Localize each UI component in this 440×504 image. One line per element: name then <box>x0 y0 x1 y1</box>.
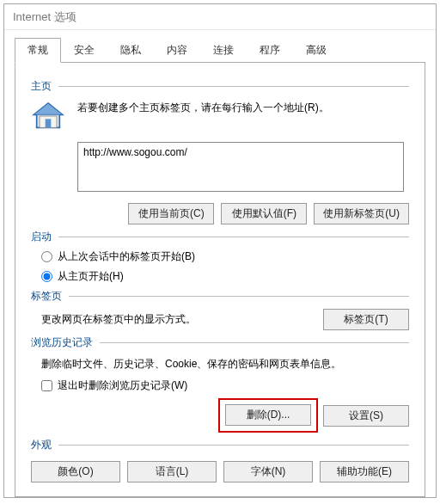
radio-last-session-input[interactable] <box>41 251 52 262</box>
section-history: 浏览历史记录 <box>31 335 409 350</box>
tabs-row: 更改网页在标签页中的显示方式。 标签页(T) <box>41 309 409 330</box>
homepage-buttons: 使用当前页(C) 使用默认值(F) 使用新标签页(U) <box>31 203 409 224</box>
accessibility-button[interactable]: 辅助功能(E) <box>320 461 409 482</box>
radio-last-session[interactable]: 从上次会话中的标签页开始(B) <box>41 249 409 264</box>
homepage-url-input[interactable] <box>77 142 404 192</box>
radio-homepage[interactable]: 从主页开始(H) <box>41 269 409 284</box>
tab-panel-general: 主页 若要创建多个主页标签页，请在每行输入一个地址(R)。 使用当前页(C) 使… <box>15 62 425 497</box>
tab-strip: 常规 安全 隐私 内容 连接 程序 高级 <box>15 38 425 63</box>
svg-rect-2 <box>46 119 52 127</box>
home-row: 若要创建多个主页标签页，请在每行输入一个地址(R)。 <box>31 97 409 133</box>
tabs-settings-button[interactable]: 标签页(T) <box>323 309 409 330</box>
internet-options-dialog: Internet 选项 常规 安全 隐私 内容 连接 程序 高级 主页 <box>3 3 437 498</box>
divider <box>58 237 409 237</box>
check-delete-on-exit[interactable]: 退出时删除浏览历史记录(W) <box>41 378 409 393</box>
radio-homepage-label: 从主页开始(H) <box>58 269 124 284</box>
section-label-startup: 启动 <box>31 230 52 244</box>
tab-content[interactable]: 内容 <box>154 38 200 62</box>
homepage-url-box <box>77 142 404 194</box>
section-label-home: 主页 <box>31 79 52 94</box>
delete-highlight-box: 删除(D)... <box>218 398 318 433</box>
history-buttons: 删除(D)... 设置(S) <box>31 398 409 433</box>
dialog-body: 常规 安全 隐私 内容 连接 程序 高级 主页 若要创建多个主页标签页，请 <box>4 30 436 504</box>
languages-button[interactable]: 语言(L) <box>127 461 217 482</box>
history-settings-button[interactable]: 设置(S) <box>323 405 409 427</box>
section-label-tabs: 标签页 <box>31 289 62 304</box>
appearance-buttons: 颜色(O) 语言(L) 字体(N) 辅助功能(E) <box>31 461 409 482</box>
tab-general[interactable]: 常规 <box>15 38 61 63</box>
use-default-button[interactable]: 使用默认值(F) <box>221 203 307 224</box>
divider <box>69 296 409 297</box>
section-home: 主页 <box>31 79 409 94</box>
check-delete-on-exit-label: 退出时删除浏览历史记录(W) <box>58 378 187 393</box>
tab-connections[interactable]: 连接 <box>200 38 247 62</box>
titlebar: Internet 选项 <box>4 4 436 30</box>
fonts-button[interactable]: 字体(N) <box>223 461 313 482</box>
section-appearance: 外观 <box>31 438 409 452</box>
tab-programs[interactable]: 程序 <box>247 38 293 62</box>
section-tabs: 标签页 <box>31 289 409 304</box>
divider <box>58 445 409 446</box>
check-delete-on-exit-input[interactable] <box>41 380 52 391</box>
tab-advanced[interactable]: 高级 <box>293 38 339 62</box>
use-current-button[interactable]: 使用当前页(C) <box>128 203 214 224</box>
radio-homepage-input[interactable] <box>41 271 52 282</box>
delete-history-button[interactable]: 删除(D)... <box>225 404 311 426</box>
window-title: Internet 选项 <box>13 10 76 23</box>
tab-security[interactable]: 安全 <box>61 38 107 62</box>
tab-privacy[interactable]: 隐私 <box>107 38 154 62</box>
use-newtab-button[interactable]: 使用新标签页(U) <box>314 203 409 224</box>
radio-last-session-label: 从上次会话中的标签页开始(B) <box>58 249 195 264</box>
divider <box>100 342 409 343</box>
section-startup: 启动 <box>31 230 409 244</box>
svg-marker-3 <box>34 103 62 114</box>
section-label-appearance: 外观 <box>31 438 52 452</box>
colors-button[interactable]: 颜色(O) <box>31 461 120 482</box>
home-icon <box>31 99 65 133</box>
history-desc: 删除临时文件、历史记录、Cookie、保存的密码和网页表单信息。 <box>41 357 409 372</box>
section-label-history: 浏览历史记录 <box>31 335 93 350</box>
tabs-desc: 更改网页在标签页中的显示方式。 <box>41 312 196 327</box>
divider <box>58 86 409 87</box>
home-hint: 若要创建多个主页标签页，请在每行输入一个地址(R)。 <box>77 101 329 115</box>
